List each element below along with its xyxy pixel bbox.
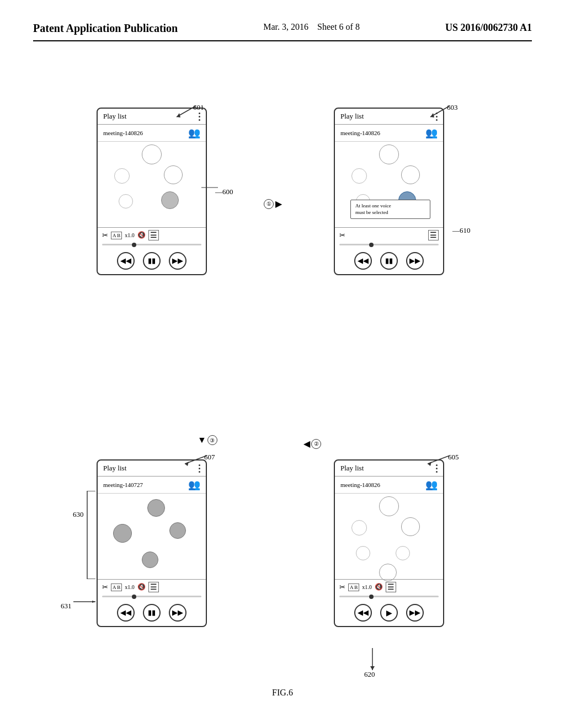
svg-marker-11 bbox=[92, 601, 95, 603]
publication-date: Mar. 3, 2016 bbox=[263, 22, 308, 31]
circle-mid-right-607[interactable] bbox=[169, 522, 186, 539]
circle-top-603[interactable] bbox=[379, 144, 399, 164]
phone-607-people-icon: 👥 bbox=[188, 479, 200, 491]
phone-603-progress bbox=[335, 243, 443, 248]
circle-top-607[interactable] bbox=[147, 499, 165, 517]
phone-601-people-icon: 👥 bbox=[188, 127, 200, 139]
publication-sheet: Sheet 6 of 8 bbox=[317, 22, 360, 31]
scissors-icon-605[interactable]: ✂ bbox=[339, 583, 345, 592]
prev-btn-605[interactable]: ◀◀ bbox=[354, 604, 372, 622]
step3-circle: ③ bbox=[207, 435, 217, 445]
phone-607-toolbar: ✂ A B x1.0 🔇 ☰ bbox=[98, 579, 206, 595]
next-btn-603[interactable]: ▶▶ bbox=[406, 252, 424, 270]
progress-track-601[interactable] bbox=[102, 244, 201, 245]
phone-601-progress bbox=[98, 243, 206, 248]
label-630: 630 bbox=[73, 510, 84, 519]
ab-icon-605[interactable]: A B bbox=[348, 584, 359, 591]
svg-marker-6 bbox=[185, 462, 189, 466]
figure-label: FIG.6 bbox=[33, 688, 532, 698]
circle-top-605[interactable] bbox=[379, 496, 399, 516]
fig-label-text: FIG.6 bbox=[272, 688, 293, 697]
pause-btn-607[interactable]: ▮▮ bbox=[143, 604, 161, 622]
page: Patent Application Publication Mar. 3, 2… bbox=[0, 0, 565, 728]
list-icon-601[interactable]: ☰ bbox=[148, 230, 159, 240]
phone-603-circles: At least one voicemust be selected bbox=[335, 142, 443, 227]
progress-thumb-607[interactable] bbox=[132, 595, 136, 599]
next-btn-607[interactable]: ▶▶ bbox=[169, 604, 186, 622]
progress-track-603[interactable] bbox=[339, 244, 439, 245]
phone-601-menu[interactable] bbox=[199, 113, 200, 121]
circle-bot-left-605[interactable] bbox=[356, 546, 370, 560]
phone-605-progress bbox=[335, 595, 443, 599]
page-header: Patent Application Publication Mar. 3, 2… bbox=[33, 22, 532, 41]
phone-605: Play list meeting-140826 👥 ✂ bbox=[334, 459, 444, 627]
circle-mid-left-605[interactable] bbox=[351, 520, 367, 536]
circle-bot-right-605[interactable] bbox=[396, 546, 410, 560]
phone-605-circles bbox=[335, 494, 443, 579]
phone-603-toolbar: ✂ ☰ bbox=[335, 227, 443, 243]
list-icon-603[interactable]: ☰ bbox=[428, 230, 439, 240]
circle-bot-607[interactable] bbox=[142, 552, 158, 568]
arrow-600 bbox=[199, 182, 221, 193]
phone-603-controls: ◀◀ ▮▮ ▶▶ bbox=[335, 248, 443, 274]
ab-icon-607[interactable]: A B bbox=[111, 584, 122, 591]
alert-box-603: At least one voicemust be selected bbox=[350, 200, 430, 219]
line-631 bbox=[73, 601, 98, 603]
volume-icon-605[interactable]: 🔇 bbox=[375, 583, 383, 591]
prev-btn-601[interactable]: ◀◀ bbox=[117, 252, 135, 270]
circle-mid-right[interactable] bbox=[164, 165, 183, 184]
list-icon-605[interactable]: ☰ bbox=[386, 582, 396, 592]
phone-601-toolbar: ✂ A B x1.0 🔇 ☰ bbox=[98, 227, 206, 243]
phone-605-meeting-row: meeting-140826 👥 bbox=[335, 477, 443, 494]
volume-icon-607[interactable]: 🔇 bbox=[137, 583, 146, 591]
phone-605-meeting: meeting-140826 bbox=[340, 481, 380, 488]
play-btn-605[interactable]: ▶ bbox=[380, 604, 398, 622]
alert-text-603: At least one voicemust be selected bbox=[355, 203, 391, 215]
circle-mid-right-603[interactable] bbox=[401, 165, 420, 184]
circle-bot-right-selected[interactable] bbox=[161, 191, 179, 209]
phone-603-meeting-row: meeting-140826 👥 bbox=[335, 125, 443, 142]
ab-icon-601[interactable]: A B bbox=[111, 232, 122, 239]
phone-605-people-icon: 👥 bbox=[425, 479, 438, 491]
scissors-icon-601[interactable]: ✂ bbox=[102, 231, 108, 240]
phone-603-people-icon: 👥 bbox=[425, 127, 438, 139]
arrow-601 bbox=[166, 103, 199, 120]
pause-btn-601[interactable]: ▮▮ bbox=[143, 252, 161, 270]
progress-thumb-603[interactable] bbox=[369, 243, 374, 247]
circle-mid-left-603[interactable] bbox=[351, 168, 367, 184]
pause-btn-603[interactable]: ▮▮ bbox=[380, 252, 398, 270]
circle-bottom-605[interactable] bbox=[379, 564, 397, 581]
speed-607: x1.0 bbox=[125, 584, 135, 590]
circle-bot-left[interactable] bbox=[119, 194, 133, 208]
phone-607-progress bbox=[98, 595, 206, 599]
scissors-icon-603[interactable]: ✂ bbox=[339, 231, 345, 240]
phone-605-controls: ◀◀ ▶ ▶▶ bbox=[335, 599, 443, 626]
phone-603-meeting: meeting-140826 bbox=[340, 130, 380, 136]
svg-marker-15 bbox=[370, 666, 375, 670]
arrow-607 bbox=[177, 453, 210, 467]
scissors-icon-607[interactable]: ✂ bbox=[102, 583, 108, 592]
step1-circle: ① bbox=[264, 199, 274, 209]
phone-603-title: Play list bbox=[340, 112, 364, 121]
step1-indicator: ① ▶ bbox=[264, 199, 282, 209]
phone-601-meeting-row: meeting-140826 👥 bbox=[98, 125, 206, 142]
figure-area: Play list meeting-140826 👥 bbox=[33, 63, 532, 698]
progress-thumb-601[interactable] bbox=[132, 243, 136, 247]
circle-top[interactable] bbox=[142, 144, 162, 164]
progress-thumb-605[interactable] bbox=[369, 595, 374, 599]
next-btn-601[interactable]: ▶▶ bbox=[169, 252, 186, 270]
speed-601: x1.0 bbox=[125, 232, 135, 238]
prev-btn-607[interactable]: ◀◀ bbox=[117, 604, 135, 622]
progress-track-605[interactable] bbox=[339, 596, 439, 597]
prev-btn-603[interactable]: ◀◀ bbox=[354, 252, 372, 270]
circle-mid-left-607[interactable] bbox=[113, 524, 132, 543]
next-btn-605[interactable]: ▶▶ bbox=[406, 604, 424, 622]
publication-meta: Mar. 3, 2016 Sheet 6 of 8 bbox=[263, 22, 360, 32]
arrow-605 bbox=[419, 453, 452, 467]
progress-track-607[interactable] bbox=[102, 596, 201, 597]
circle-mid-left[interactable] bbox=[114, 168, 130, 184]
volume-icon-601[interactable]: 🔇 bbox=[137, 231, 146, 239]
svg-marker-4 bbox=[430, 113, 434, 117]
list-icon-607[interactable]: ☰ bbox=[148, 582, 159, 592]
circle-mid-right-605[interactable] bbox=[401, 517, 420, 536]
